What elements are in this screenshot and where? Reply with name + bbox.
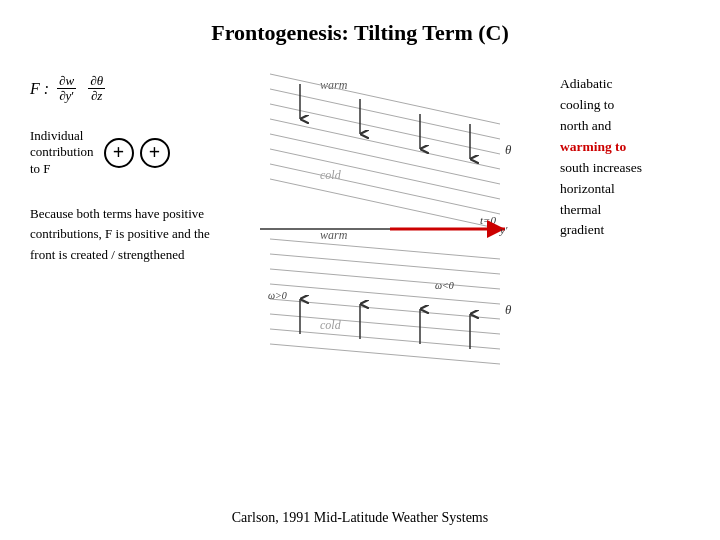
- contribution-to-label: contribution: [30, 144, 94, 161]
- slide: Frontogenesis: Tilting Term (C) F : ∂w ∂…: [0, 0, 720, 540]
- formula-f-label: F :: [30, 80, 49, 98]
- diagram-svg: warm warm cold cold: [240, 64, 550, 404]
- thermal-label: thermal: [560, 202, 601, 217]
- warm-bottom-label: warm: [320, 228, 348, 242]
- svg-line-13: [270, 239, 500, 259]
- formula-box: F : ∂w ∂y′ ∂θ ∂z: [30, 74, 105, 108]
- cooling-to-label: cooling to: [560, 97, 614, 112]
- horizontal-label: horizontal: [560, 181, 615, 196]
- adiabatic-label: Adiabatic: [560, 76, 612, 91]
- svg-line-5: [270, 149, 500, 199]
- south-increases-label: south increases: [560, 160, 642, 175]
- theta-label-top: θ: [505, 142, 512, 157]
- svg-line-0: [270, 74, 500, 124]
- svg-line-17: [270, 299, 500, 319]
- omega-neg-label: ω<0: [435, 280, 454, 291]
- to-f-label: to F: [30, 161, 94, 178]
- omega-pos-label: ω>0: [268, 290, 287, 301]
- page-title: Frontogenesis: Tilting Term (C): [30, 20, 690, 46]
- because-text: Because both terms have positive contrib…: [30, 204, 225, 264]
- frac2: ∂θ ∂z: [88, 74, 105, 104]
- svg-line-6: [270, 164, 500, 214]
- content-area: F : ∂w ∂y′ ∂θ ∂z: [30, 64, 690, 404]
- formula-container: F : ∂w ∂y′ ∂θ ∂z: [30, 74, 105, 104]
- svg-line-15: [270, 269, 500, 289]
- contribution-label: Individual contribution to F: [30, 128, 94, 179]
- t0-label: t=0: [480, 214, 496, 226]
- warming-label: warming to: [560, 139, 626, 154]
- individual-label: Individual: [30, 128, 94, 145]
- svg-line-18: [270, 314, 500, 334]
- diagram-area: warm warm cold cold: [240, 64, 550, 404]
- gradient-label: gradient: [560, 222, 604, 237]
- svg-line-19: [270, 329, 500, 349]
- svg-line-16: [270, 284, 500, 304]
- svg-line-7: [270, 179, 500, 229]
- frac1: ∂w ∂y′: [57, 74, 76, 104]
- cold-top-label: cold: [320, 168, 342, 182]
- left-panel: F : ∂w ∂y′ ∂θ ∂z: [30, 64, 230, 265]
- y-prime-label: y′: [499, 224, 508, 236]
- formula-symbol: ∂w ∂y′: [57, 74, 76, 104]
- plus-circle-1: +: [104, 138, 134, 168]
- right-panel: Adiabatic cooling to north and warming t…: [560, 64, 720, 241]
- svg-line-4: [270, 134, 500, 184]
- svg-line-2: [270, 104, 500, 154]
- theta-label-bottom: θ: [505, 302, 512, 317]
- svg-line-1: [270, 89, 500, 139]
- contribution-row: Individual contribution to F + +: [30, 128, 170, 179]
- north-and-label: north and: [560, 118, 611, 133]
- footer: Carlson, 1991 Mid-Latitude Weather Syste…: [0, 510, 720, 526]
- svg-line-3: [270, 119, 500, 169]
- svg-line-14: [270, 254, 500, 274]
- svg-line-20: [270, 344, 500, 364]
- because-content: Because both terms have positive contrib…: [30, 206, 210, 261]
- plus-circle-2: +: [140, 138, 170, 168]
- right-text: Adiabatic cooling to north and warming t…: [560, 74, 720, 241]
